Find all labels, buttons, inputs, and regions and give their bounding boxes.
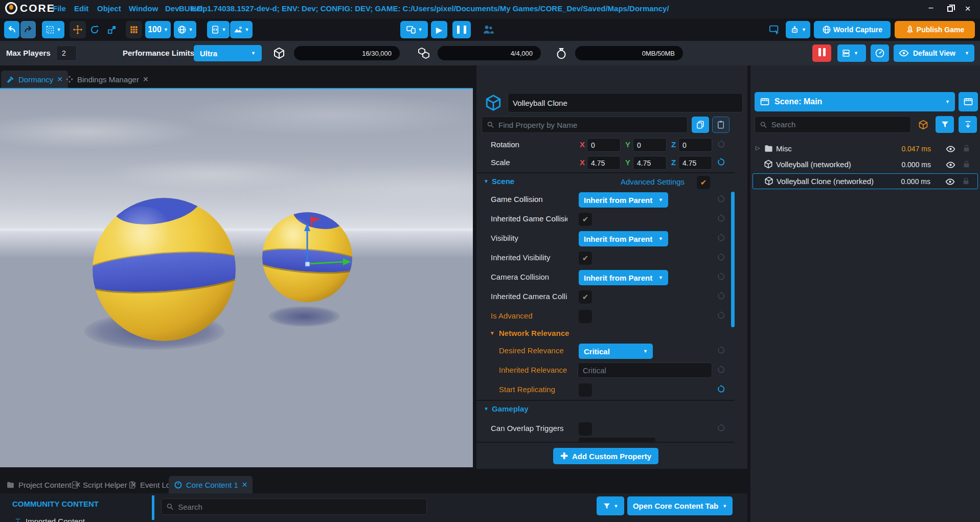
visibility-dropdown[interactable]: Inherit from Parent▼ [579,231,668,246]
hierarchy-search-field[interactable] [755,116,911,133]
scale-y-input[interactable]: 4.75 [633,156,667,170]
reset-icon[interactable] [717,272,726,281]
preview-device-dropdown[interactable]: ▼ [400,21,428,38]
world-space-dropdown[interactable]: ▼ [174,21,196,38]
content-search-input[interactable] [178,503,422,511]
find-property-field[interactable] [482,117,688,133]
rotate-tool-button[interactable] [87,21,102,38]
window-close-button[interactable]: × [961,3,974,14]
content-search-field[interactable] [161,498,427,515]
eye-icon[interactable] [945,177,955,187]
reset-icon[interactable] [717,157,726,167]
eye-icon[interactable] [946,144,955,154]
reset-icon[interactable] [717,140,726,149]
expand-arrow-icon[interactable]: ▷ [756,145,760,151]
transform-gizmo[interactable] [279,212,366,283]
world-capture-button[interactable]: World Capture [814,21,891,38]
menu-edit[interactable]: Edit [74,4,88,13]
volleyball-object[interactable] [93,198,236,341]
lock-icon[interactable] [962,160,971,169]
hierarchy-row-volleyball[interactable]: Volleyball (networked) 0.000 ms [753,157,978,173]
start-replicating-checkbox[interactable] [579,383,592,397]
hierarchy-row-volleyball-clone[interactable]: Volleyball Clone (networked) 0.000 ms [753,173,978,189]
scale-tool-button[interactable] [104,21,120,38]
find-property-input[interactable] [498,121,682,129]
sidebar-item-imported-content[interactable]: Imported Content [14,517,85,522]
bot-tools-dropdown[interactable]: ▼ [786,21,810,38]
paste-properties-button[interactable] [712,117,730,133]
tab-dormancy[interactable]: Dormancy ✕ [1,71,68,88]
window-restore-button[interactable] [943,5,956,14]
inherited-game-collision-checkbox[interactable]: ✔ [579,213,592,226]
scene-selector-dropdown[interactable]: Scene: Main ▼ [755,92,955,111]
new-scene-button[interactable] [959,92,978,111]
section-network-relevance[interactable]: ▼ Network Relevance [476,326,735,342]
lock-icon[interactable] [962,177,970,186]
menu-dev[interactable]: Dev [165,4,179,13]
reset-icon[interactable] [717,194,726,203]
rotation-x-input[interactable]: 0 [587,138,621,152]
reset-icon[interactable] [717,346,726,355]
rotation-y-input[interactable]: 0 [633,138,667,152]
hierarchy-row-misc[interactable]: ▷ Misc 0.047 ms [753,141,978,157]
reset-icon[interactable] [717,233,726,242]
performance-limits-dropdown[interactable]: Ultra ▼ [194,45,262,61]
reset-icon[interactable] [717,214,726,223]
multiplayer-preview-icon[interactable] [480,21,497,38]
eye-icon[interactable] [946,160,955,170]
camera-collision-dropdown[interactable]: Inherit from Parent▼ [579,270,668,285]
advanced-settings-link[interactable]: Advanced Settings [621,177,685,186]
inherited-camera-collision-checkbox[interactable]: ✔ [579,290,592,304]
undo-button[interactable] [4,21,19,38]
reset-icon[interactable] [717,365,726,374]
inherited-relevance-input[interactable] [583,366,707,375]
advanced-settings-checkbox[interactable]: ✔ [697,176,710,189]
reset-icon[interactable] [717,311,726,320]
performance-gauge-button[interactable] [871,44,889,62]
content-filter-dropdown[interactable]: ▼ [597,496,624,515]
scale-z-input[interactable]: 4.75 [678,156,712,170]
server-view-dropdown[interactable]: ▼ [837,44,866,62]
can-overlap-triggers-checkbox[interactable] [579,422,592,436]
selection-mode-dropdown[interactable]: ▼ [42,21,64,38]
game-collision-dropdown[interactable]: Inherit from Parent▼ [579,192,668,208]
script-dropdown[interactable]: ▼ [207,21,230,38]
stop-networking-button[interactable] [812,44,831,62]
properties-scrollbar[interactable] [731,192,735,327]
menu-object[interactable]: Object [97,4,121,13]
networked-filter-button[interactable] [914,116,932,133]
snap-size-dropdown[interactable]: 100▼ [145,21,171,38]
redo-button[interactable] [20,21,36,38]
viewport-3d[interactable] [0,88,473,467]
publish-game-button[interactable]: Publish Game [895,21,975,38]
object-name-input[interactable] [513,99,738,107]
desired-relevance-dropdown[interactable]: Critical▼ [579,344,653,359]
reset-icon[interactable] [717,253,726,262]
section-scene[interactable]: ▼ Scene Advanced Settings ✔ [476,172,735,190]
close-icon[interactable]: ✕ [143,75,149,83]
tab-bindings-manager[interactable]: Bindings Manager ✕ [60,71,154,88]
reset-icon[interactable] [717,423,726,433]
section-gameplay[interactable]: ▼ Gameplay [476,400,735,417]
pause-button[interactable] [452,21,471,38]
lock-icon[interactable] [962,144,971,153]
reset-icon[interactable] [717,384,726,394]
default-view-dropdown[interactable]: Default View ▼ [894,44,974,62]
rotation-z-input[interactable]: 0 [678,138,712,152]
hierarchy-search-input[interactable] [771,120,906,129]
hierarchy-filter-button[interactable] [936,116,954,133]
max-players-input[interactable]: 2 [56,46,77,61]
inherited-visibility-checkbox[interactable]: ✔ [579,252,592,265]
screen-capture-icon[interactable] [767,21,782,38]
add-custom-property-button[interactable]: ✚ Add Custom Property [553,448,658,464]
inherited-relevance-field[interactable] [578,362,712,378]
window-minimize-button[interactable]: – [924,3,938,12]
is-advanced-checkbox[interactable] [579,310,592,323]
grid-snap-button[interactable] [126,21,142,38]
play-button[interactable]: ▶ [431,21,447,38]
copy-properties-button[interactable] [692,117,709,133]
open-core-content-tab-button[interactable]: Open Core Content Tab ▼ [627,496,733,515]
menu-file[interactable]: File [53,4,66,13]
scale-x-input[interactable]: 4.75 [587,156,621,170]
tab-core-content[interactable]: Core Content 1 ✕ [169,476,253,493]
